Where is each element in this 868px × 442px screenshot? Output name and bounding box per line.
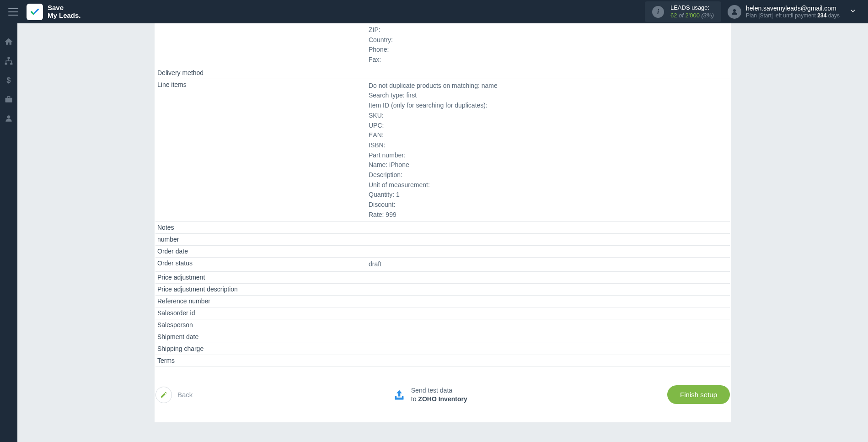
svg-text:$: $	[6, 76, 11, 85]
send-test-line-1: Send test data	[411, 386, 467, 394]
upload-icon	[393, 388, 406, 401]
svg-rect-8	[395, 396, 396, 399]
table-row: Delivery method	[155, 67, 730, 79]
svg-rect-5	[5, 98, 12, 102]
leads-usage-box: i LEADS usage: 62 of 2'000 (3%)	[645, 1, 721, 22]
table-row: number	[155, 234, 730, 246]
home-icon[interactable]	[4, 37, 13, 46]
user-plan: Plan |Start| left until payment 234 days	[746, 12, 840, 19]
app-logo-text: Save My Leads.	[48, 4, 81, 19]
table-row: Salesperson	[155, 319, 730, 331]
row-label: Shipment date	[155, 333, 369, 340]
usage-values: 62 of 2'000 (3%)	[670, 12, 714, 20]
logo-line-2: My Leads.	[48, 12, 81, 20]
row-label: Shipping charge	[155, 345, 369, 352]
svg-rect-1	[8, 57, 10, 59]
card-footer: Back Send test data to ZOHO Inventory Fi…	[155, 367, 731, 404]
app-header: Save My Leads. i LEADS usage: 62 of 2'00…	[0, 0, 868, 23]
send-test-line-2: to ZOHO Inventory	[411, 395, 467, 403]
app-logo-icon	[27, 4, 43, 20]
svg-rect-9	[402, 396, 404, 399]
send-test-button[interactable]: Send test data to ZOHO Inventory	[393, 386, 467, 403]
briefcase-icon[interactable]	[4, 95, 13, 104]
table-row: Order date	[155, 246, 730, 258]
row-label: Salesorder id	[155, 309, 369, 317]
table-row: ZIP:Country:Phone:Fax:	[155, 23, 730, 67]
row-label: Delivery method	[155, 69, 369, 76]
info-icon: i	[652, 6, 664, 18]
usage-current: 62	[670, 12, 677, 19]
user-email: helen.savemyleads@gmail.com	[746, 5, 840, 12]
user-icon[interactable]	[4, 114, 13, 123]
finish-setup-button[interactable]: Finish setup	[667, 385, 730, 404]
avatar-icon	[728, 5, 741, 19]
table-row: Price adjustment description	[155, 284, 730, 296]
row-label: Terms	[155, 357, 369, 364]
row-value: draft	[369, 259, 730, 270]
table-row: Terms	[155, 355, 730, 367]
dollar-icon[interactable]: $	[4, 75, 13, 85]
back-button[interactable]: Back	[155, 387, 193, 403]
logo-line-1: Save	[48, 4, 81, 12]
main-content: ZIP:Country:Phone:Fax:Delivery methodLin…	[17, 23, 868, 442]
chevron-down-icon[interactable]	[846, 8, 860, 16]
table-row: Shipping charge	[155, 343, 730, 355]
row-label: Order date	[155, 248, 369, 255]
row-label: Reference number	[155, 297, 369, 305]
hamburger-icon[interactable]	[8, 8, 18, 16]
usage-label: LEADS usage:	[670, 4, 714, 12]
sidebar-nav: $	[0, 23, 17, 442]
usage-total: 2'000	[685, 12, 699, 19]
usage-pct: (3%)	[702, 12, 714, 19]
edit-icon	[155, 387, 172, 403]
row-label: Price adjustment	[155, 274, 369, 281]
row-label: Salesperson	[155, 321, 369, 329]
row-label: number	[155, 236, 369, 243]
user-account-box[interactable]: helen.savemyleads@gmail.com Plan |Start|…	[728, 5, 840, 19]
row-label: Notes	[155, 224, 369, 231]
row-value: Do not duplicate products on matching: n…	[369, 81, 730, 220]
table-row: Reference number	[155, 296, 730, 307]
table-row: Shipment date	[155, 331, 730, 343]
row-label: Order status	[155, 259, 369, 267]
row-label: Line items	[155, 81, 369, 88]
svg-rect-2	[5, 63, 7, 65]
svg-point-0	[733, 9, 736, 12]
table-row: Salesorder id	[155, 307, 730, 319]
row-value: ZIP:Country:Phone:Fax:	[369, 25, 730, 65]
hierarchy-icon[interactable]	[4, 56, 13, 65]
table-row: Order statusdraft	[155, 258, 730, 272]
table-row: Notes	[155, 222, 730, 234]
svg-point-6	[7, 115, 11, 119]
row-label: Price adjustment description	[155, 286, 369, 293]
back-label: Back	[177, 391, 193, 399]
setup-card: ZIP:Country:Phone:Fax:Delivery methodLin…	[155, 23, 731, 422]
svg-rect-3	[10, 63, 12, 65]
table-row: Line itemsDo not duplicate products on m…	[155, 79, 730, 222]
table-row: Price adjustment	[155, 272, 730, 284]
